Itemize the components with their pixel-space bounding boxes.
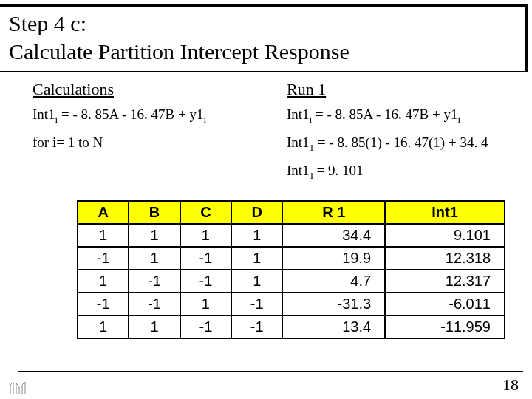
eq-text: = 9. 101 [317, 163, 364, 178]
table-cell: 1 [78, 224, 129, 247]
col-header-r1: R 1 [282, 201, 385, 224]
table-cell: 1 [231, 224, 282, 247]
table-cell: -1 [231, 316, 282, 338]
eq-text: = - 8. 85(1) - 16. 47(1) + 34. 4 [314, 134, 488, 150]
table-cell: -1 [180, 270, 231, 293]
title-line1: Step 4 c: [9, 11, 86, 35]
table-cell: -31.3 [282, 293, 385, 316]
eq-text: Int1 [287, 106, 310, 122]
table-body: 111134.49.101-11-1119.912.3181-1-114.712… [78, 224, 505, 338]
table-cell: -1 [231, 293, 282, 316]
footer-rule [18, 371, 523, 372]
table-row: -1-11-1-31.3-6.011 [78, 293, 505, 316]
table-cell: 1 [129, 224, 180, 247]
table-cell: 1 [78, 270, 129, 293]
data-table: A B C D R 1 Int1 111134.49.101-11-1119.9… [77, 200, 505, 339]
table-cell: -6.011 [385, 293, 505, 316]
eq-sub: i [458, 114, 461, 125]
col-header-a: A [78, 201, 129, 224]
run1-equation-substituted: Int11 = - 8. 85(1) - 16. 47(1) + 34. 4 [287, 134, 514, 154]
table-cell: 1 [78, 316, 129, 338]
table-cell: -1 [129, 293, 180, 316]
table-cell: -1 [78, 293, 129, 316]
data-table-wrap: A B C D R 1 Int1 111134.49.101-11-1119.9… [77, 200, 505, 339]
run1-heading: Run 1 [287, 80, 514, 99]
table-cell: 1 [180, 293, 231, 316]
title-line2: Calculate Partition Intercept Response [9, 39, 349, 64]
run1-column: Run 1 Int1i = - 8. 85A - 16. 47B + y1i I… [287, 80, 514, 190]
table-cell: 4.7 [282, 270, 385, 293]
eq-text: = - 8. 85A - 16. 47B + y1 [312, 106, 457, 122]
table-cell: 13.4 [282, 316, 385, 338]
table-cell: 12.317 [385, 270, 505, 293]
eq-text: Int1 [287, 134, 310, 150]
col-header-int1: Int1 [385, 201, 505, 224]
table-cell: 12.318 [385, 247, 505, 270]
table-header-row: A B C D R 1 Int1 [78, 201, 505, 224]
table-cell: 9.101 [385, 224, 505, 247]
table-row: -11-1119.912.318 [78, 247, 505, 270]
table-cell: -1 [180, 247, 231, 270]
content-area: Calculations Int1i = - 8. 85A - 16. 47B … [0, 72, 532, 339]
table-cell: 1 [231, 247, 282, 270]
calculations-column: Calculations Int1i = - 8. 85A - 16. 47B … [33, 80, 260, 190]
table-row: 1-1-114.712.317 [78, 270, 505, 293]
calc-loop: for i= 1 to N [33, 134, 260, 151]
title-block: Step 4 c: Calculate Partition Intercept … [0, 4, 528, 71]
col-header-b: B [129, 201, 180, 224]
eq-text: Int1 [33, 106, 55, 122]
table-cell: 1 [231, 270, 282, 293]
calculations-heading: Calculations [33, 80, 260, 99]
eq-text: = - 8. 85A - 16. 47B + y1 [58, 106, 203, 122]
table-cell: 34.4 [282, 224, 385, 247]
table-cell: 19.9 [282, 247, 385, 270]
table-cell: 1 [180, 224, 231, 247]
run1-equation-result: Int11 = 9. 101 [287, 163, 514, 182]
table-cell: -11.959 [385, 316, 505, 338]
run1-equation-general: Int1i = - 8. 85A - 16. 47B + y1i [287, 106, 514, 126]
table-cell: -1 [180, 316, 231, 338]
col-header-d: D [231, 201, 282, 224]
university-logo [7, 381, 30, 396]
logo-icon [7, 381, 30, 395]
page-number: 18 [502, 375, 519, 395]
eq-sub: 1 [310, 169, 317, 180]
table-cell: 1 [129, 247, 180, 270]
table-row: 111134.49.101 [78, 224, 505, 247]
calc-equation-general: Int1i = - 8. 85A - 16. 47B + y1i [33, 106, 260, 126]
eq-sub: i [204, 114, 207, 125]
eq-text: Int1 [287, 163, 310, 178]
table-row: 11-1-113.4-11.959 [78, 316, 505, 338]
table-cell: -1 [129, 270, 180, 293]
table-cell: -1 [78, 247, 129, 270]
col-header-c: C [180, 201, 231, 224]
slide-title: Step 4 c: Calculate Partition Intercept … [9, 10, 525, 65]
table-cell: 1 [129, 316, 180, 338]
